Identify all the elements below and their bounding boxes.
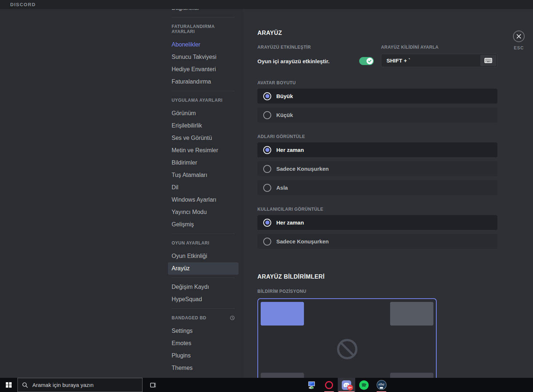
radio-option-label: Sadece Konuşurken — [276, 238, 329, 245]
sidebar-item-hediye-envanteri[interactable]: Hediye Envanteri — [168, 63, 239, 76]
sidebar-item-emotes[interactable]: Emotes — [168, 337, 239, 349]
sidebar-section-header: OYUN AYARLARI — [168, 237, 239, 250]
task-view-button[interactable] — [145, 378, 161, 392]
enable-overlay-row: Oyun içi arayüzü etkinleştir. — [257, 57, 374, 65]
overlay-top-controls: ARAYÜZÜ ETKİNLEŞTİR Oyun içi arayüzü etk… — [257, 45, 497, 67]
radio-group: ADLARI GÖRÜNTÜLEHer zamanSadece Konuşurk… — [257, 134, 497, 195]
radio-option-asla[interactable]: Asla — [257, 180, 497, 195]
sidebar-item-oyun-etkinli-i[interactable]: Oyun Etkinliği — [168, 250, 239, 262]
eba-icon[interactable]: eba — [373, 378, 390, 392]
sidebar-item-plugins[interactable]: Plugins — [168, 349, 239, 362]
opera-gx-icon[interactable] — [320, 378, 338, 392]
sidebar-section-header: BANDAGED BD — [168, 312, 239, 325]
close-control: ESC — [509, 31, 529, 50]
radio-group-label: ADLARI GÖRÜNTÜLE — [257, 134, 497, 139]
sidebar-section-header: UYGULAMA AYARLARI — [168, 94, 239, 107]
keybind-recorder[interactable]: SHIFT + ` — [381, 54, 497, 67]
discord-icon[interactable]: 9+ — [338, 378, 355, 392]
settings-sidebar-region: BağlantılarFATURALANDIRMA AYARLARIAbonel… — [0, 0, 243, 392]
start-button[interactable] — [0, 378, 17, 392]
enable-overlay-label: ARAYÜZÜ ETKİNLEŞTİR — [257, 45, 374, 50]
radio-dot — [265, 148, 269, 152]
overlay-notifications-title: ARAYÜZ BİLDİRİMLERİ — [257, 274, 497, 280]
sidebar-item-bildirimler[interactable]: Bildirimler — [168, 157, 239, 169]
taskbar-search-input[interactable] — [32, 381, 126, 388]
sidebar-section-label: UYGULAMA AYARLARI — [172, 98, 223, 103]
sidebar-item-metin-ve-resimler[interactable]: Metin ve Resimler — [168, 144, 239, 157]
overlay-toggle[interactable] — [359, 57, 374, 65]
sidebar-item-eri-ilebilirlik[interactable]: Erişilebilirlik — [168, 120, 239, 132]
radio-selected-icon[interactable] — [263, 92, 271, 100]
radio-dot — [265, 94, 269, 98]
radio-option-her-zaman[interactable]: Her zaman — [257, 215, 497, 230]
esc-label: ESC — [509, 45, 529, 50]
radio-group-label: AVATAR BOYUTU — [257, 80, 497, 85]
windows-taskbar: 9+eba — [0, 378, 533, 392]
sidebar-item-sunucu-takviyesi[interactable]: Sunucu Takviyesi — [168, 51, 239, 63]
notif-pos-top-right[interactable] — [390, 302, 433, 326]
radio-option-label: Büyük — [276, 93, 293, 99]
sidebar-item-g-r-n-m[interactable]: Görünüm — [168, 107, 239, 120]
sidebar-item-ses-ve-g-r-nt[interactable]: Ses ve Görüntü — [168, 132, 239, 144]
close-button[interactable] — [513, 31, 525, 42]
settings-nav: BağlantılarFATURALANDIRMA AYARLARIAbonel… — [168, 2, 239, 392]
notif-pos-top-left[interactable] — [261, 302, 304, 326]
radio-option-sadece-konu-urken[interactable]: Sadece Konuşurken — [257, 234, 497, 249]
sidebar-item-de-i-im-kayd[interactable]: Değişim Kaydı — [168, 281, 239, 293]
opera-gx-ring — [325, 381, 333, 389]
notification-badge: 9+ — [347, 385, 353, 391]
radio-icon[interactable] — [263, 165, 271, 173]
sidebar-item-yay-nc-modu[interactable]: Yayıncı Modu — [168, 206, 239, 218]
overlay-notifications-section: ARAYÜZ BİLDİRİMLERİ BİLDİRİM POZİSYONU — [257, 274, 497, 389]
sidebar-item-aray-z[interactable]: Arayüz — [168, 262, 239, 275]
sidebar-divider — [172, 278, 235, 278]
sidebar-item-faturaland-rma[interactable]: Faturalandırma — [168, 76, 239, 88]
sidebar-section-label: FATURALANDIRMA AYARLARI — [172, 24, 235, 34]
window-titlebar: DISCORD — [0, 0, 533, 9]
spotify-circle — [359, 380, 369, 390]
settings-content-inner: ARAYÜZ ARAYÜZÜ ETKİNLEŞTİR Oyun içi aray… — [243, 9, 497, 389]
sidebar-item-tu-atamalar[interactable]: Tuş Atamaları — [168, 169, 239, 181]
radio-icon[interactable] — [263, 238, 271, 246]
enable-overlay-section: ARAYÜZÜ ETKİNLEŞTİR Oyun içi arayüzü etk… — [257, 45, 374, 67]
overlay-lock-section: ARAYÜZ KİLİDİNİ AYARLA SHIFT + ` — [381, 45, 497, 67]
sidebar-section-header: FATURALANDIRMA AYARLARI — [168, 20, 239, 39]
settings-content: ARAYÜZ ARAYÜZÜ ETKİNLEŞTİR Oyun içi aray… — [243, 9, 533, 392]
sidebar-item-settings[interactable]: Settings — [168, 325, 239, 337]
radio-icon[interactable] — [263, 111, 271, 119]
spotify-icon[interactable] — [355, 378, 373, 392]
keybind-value: SHIFT + ` — [386, 57, 410, 64]
radio-group-label: KULLANICILARI GÖRÜNTÜLE — [257, 207, 497, 212]
sidebar-section-label: BANDAGED BD — [172, 315, 207, 320]
notification-position-label: BİLDİRİM POZİSYONU — [257, 289, 497, 294]
sidebar-item-themes[interactable]: Themes — [168, 362, 239, 374]
radio-selected-icon[interactable] — [263, 146, 271, 154]
close-icon — [516, 34, 521, 39]
radio-icon[interactable] — [263, 184, 271, 192]
sidebar-divider — [172, 91, 235, 91]
overlay-lock-label: ARAYÜZ KİLİDİNİ AYARLA — [381, 45, 497, 50]
sidebar-item-abonelikler[interactable]: Abonelikler — [168, 39, 239, 51]
notification-position-picker — [257, 298, 437, 389]
sidebar-item-dil[interactable]: Dil — [168, 181, 239, 194]
radio-option-sadece-konu-urken[interactable]: Sadece Konuşurken — [257, 161, 497, 176]
notif-pos-disabled-icon[interactable] — [336, 338, 358, 360]
taskbar-tray: 9+eba — [303, 378, 390, 392]
radio-selected-icon[interactable] — [263, 219, 271, 227]
radio-option-b-y-k[interactable]: Büyük — [257, 89, 497, 104]
computer-icon[interactable] — [303, 378, 320, 392]
radio-option-k-k[interactable]: Küçük — [257, 108, 497, 122]
radio-group-rows: Her zamanSadece KonuşurkenAsla — [257, 142, 497, 195]
taskbar-search[interactable] — [17, 378, 143, 392]
page-title: ARAYÜZ — [257, 30, 497, 36]
search-icon — [22, 382, 28, 388]
sidebar-divider — [172, 17, 235, 17]
sidebar-item-geli-mi[interactable]: Gelişmiş — [168, 218, 239, 231]
radio-option-her-zaman[interactable]: Her zaman — [257, 142, 497, 157]
eba-circle: eba — [377, 380, 386, 390]
enable-overlay-text: Oyun içi arayüzü etkinleştir. — [257, 58, 329, 64]
keyboard-icon[interactable] — [480, 55, 496, 66]
sidebar-item-hypesquad[interactable]: HypeSquad — [168, 293, 239, 306]
discord-wordmark: DISCORD — [10, 2, 36, 7]
sidebar-item-windows-ayarlar[interactable]: Windows Ayarları — [168, 194, 239, 206]
